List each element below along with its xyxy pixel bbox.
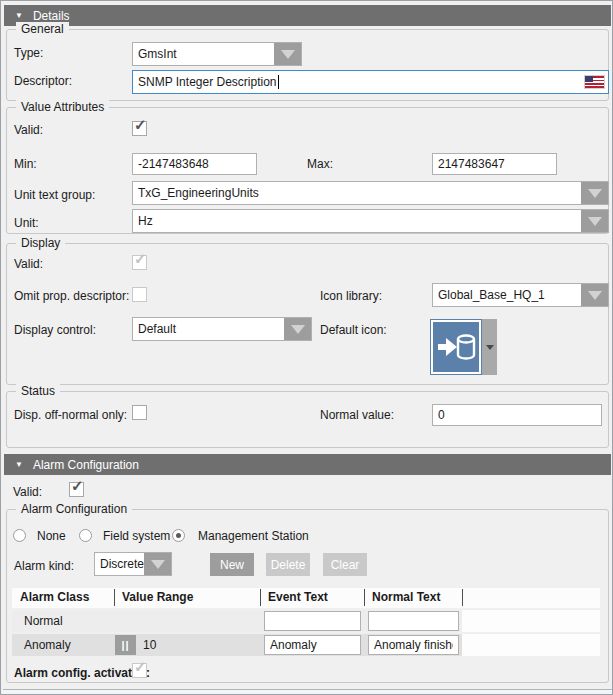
type-dropdown[interactable]: GmsInt — [132, 42, 302, 66]
alarm-kind-value: Discrete — [100, 557, 144, 571]
value-attributes-group: Value Attributes Valid: ✓ Min: Max: Unit… — [6, 107, 609, 234]
chevron-down-icon — [281, 50, 295, 59]
normal-text-input-anomaly[interactable] — [368, 635, 459, 655]
status-group-legend: Status — [16, 384, 60, 399]
table-row-anomaly-end-cell — [462, 634, 600, 656]
alarm-class-cell: Anomaly — [24, 638, 71, 652]
range-operator-button[interactable]: || — [115, 635, 136, 655]
arrow-into-cylinder-icon — [430, 319, 482, 375]
type-dropdown-value: GmsInt — [138, 47, 177, 61]
us-flag-icon[interactable] — [585, 76, 604, 88]
normal-text-input-normal[interactable] — [368, 611, 459, 631]
collapse-triangle-icon[interactable]: ▼ — [15, 12, 23, 20]
icon-library-value: Global_Base_HQ_1 — [438, 288, 545, 302]
unit-text-group-dropdown[interactable]: TxG_EngineeringUnits — [132, 181, 609, 205]
icon-library-dropdown[interactable]: Global_Base_HQ_1 — [432, 283, 609, 307]
alarm-configuration-group-legend: Alarm Configuration — [16, 502, 132, 517]
unit-label: Unit: — [14, 216, 39, 231]
alarm-table-header: Alarm Class Value Range Event Text Norma… — [12, 588, 600, 608]
radio-field-system-label[interactable]: Field system — [103, 529, 170, 544]
display-valid-label: Valid: — [14, 257, 43, 272]
chevron-down-icon — [588, 189, 602, 198]
chevron-down-icon — [291, 325, 305, 334]
chevron-down-icon — [151, 560, 165, 569]
valid-checkbox[interactable]: ✓ — [132, 121, 147, 136]
disp-off-normal-only-label: Disp. off-normal only: — [14, 408, 127, 423]
value-range-cell[interactable]: 10 — [143, 638, 156, 652]
alarm-valid-label: Valid: — [13, 485, 42, 500]
radio-management-station[interactable] — [172, 529, 185, 542]
general-group: General Type: GmsInt Descriptor: SNMP In… — [6, 29, 609, 101]
display-control-label: Display control: — [14, 323, 96, 338]
alarm-kind-dropdown-button[interactable] — [144, 553, 171, 575]
display-valid-checkbox: ✓ — [132, 255, 147, 270]
display-group: Display Valid: ✓ Omit prop. descriptor: … — [6, 243, 609, 385]
table-row-normal-end-cell — [462, 610, 600, 632]
max-input[interactable] — [432, 153, 557, 175]
checkmark-icon: ✓ — [134, 250, 147, 268]
display-control-dropdown-button[interactable] — [284, 318, 311, 340]
display-control-value: Default — [138, 322, 176, 336]
disp-off-normal-only-checkbox[interactable]: ✓ — [132, 405, 147, 420]
normal-value-input[interactable] — [432, 404, 602, 426]
value-attributes-group-legend: Value Attributes — [16, 100, 109, 115]
column-header-normal-text[interactable]: Normal Text — [372, 590, 440, 604]
unit-text-group-dropdown-button[interactable] — [581, 182, 608, 204]
general-group-legend: General — [16, 22, 69, 37]
alarm-config-activated-checkbox: ✓ — [132, 663, 147, 678]
chevron-down-icon — [588, 291, 602, 300]
unit-text-group-value: TxG_EngineeringUnits — [138, 186, 259, 200]
status-group: Status Disp. off-normal only: ✓ Normal v… — [6, 391, 609, 448]
radio-none-label[interactable]: None — [37, 529, 66, 544]
alarm-kind-label: Alarm kind: — [14, 559, 74, 574]
chevron-down-icon — [486, 345, 494, 350]
column-separator[interactable] — [462, 589, 463, 606]
unit-value: Hz — [138, 214, 153, 228]
checkmark-icon: ✓ — [134, 658, 147, 676]
column-header-alarm-class[interactable]: Alarm Class — [20, 590, 89, 604]
unit-dropdown[interactable]: Hz — [132, 209, 609, 233]
valid-label: Valid: — [14, 123, 43, 138]
descriptor-input[interactable]: SNMP Integer Description — [132, 70, 609, 94]
alarm-class-cell: Normal — [24, 614, 63, 628]
normal-value-label: Normal value: — [320, 408, 394, 423]
alarm-valid-checkbox[interactable]: ✓ — [69, 482, 84, 497]
property-details-panel: ▼ Details General Type: GmsInt Descripto… — [0, 0, 613, 695]
min-input[interactable] — [132, 153, 257, 175]
column-separator[interactable] — [364, 589, 365, 606]
radio-management-station-label[interactable]: Management Station — [198, 529, 309, 544]
column-header-value-range[interactable]: Value Range — [122, 590, 193, 604]
alarm-configuration-section-header[interactable]: ▼ Alarm Configuration — [4, 454, 611, 475]
default-icon-picker[interactable] — [430, 319, 497, 375]
collapse-triangle-icon[interactable]: ▼ — [15, 461, 23, 469]
checkmark-icon: ✓ — [134, 116, 147, 134]
event-text-input-normal[interactable] — [264, 611, 361, 631]
descriptor-label: Descriptor: — [14, 74, 72, 89]
default-icon-dropdown-button[interactable] — [482, 319, 497, 375]
display-control-dropdown[interactable]: Default — [132, 317, 312, 341]
checkmark-icon: ✓ — [71, 477, 84, 495]
bottom-edge — [2, 690, 613, 695]
event-text-input-anomaly[interactable] — [264, 635, 361, 655]
alarm-configuration-section-title: Alarm Configuration — [33, 458, 139, 472]
radio-field-system[interactable] — [79, 529, 92, 542]
alarm-configuration-group: Alarm Configuration None Field system Ma… — [6, 509, 609, 683]
type-dropdown-button[interactable] — [274, 43, 301, 65]
alarm-kind-dropdown[interactable]: Discrete — [94, 552, 172, 576]
new-button[interactable]: New — [210, 553, 254, 576]
column-separator[interactable] — [260, 589, 261, 606]
unit-text-group-label: Unit text group: — [14, 188, 95, 203]
details-section-title: Details — [33, 9, 70, 23]
omit-prop-descriptor-checkbox: ✓ — [132, 287, 147, 302]
column-separator[interactable] — [114, 589, 115, 606]
column-header-event-text[interactable]: Event Text — [268, 590, 328, 604]
min-label: Min: — [14, 157, 37, 172]
icon-library-dropdown-button[interactable] — [581, 284, 608, 306]
radio-none[interactable] — [13, 529, 26, 542]
unit-dropdown-button[interactable] — [581, 210, 608, 232]
descriptor-input-value: SNMP Integer Description — [138, 75, 277, 89]
details-section-header[interactable]: ▼ Details — [4, 5, 611, 26]
delete-button: Delete — [266, 553, 310, 576]
clear-button: Clear — [323, 553, 367, 576]
alarm-config-activated-label: Alarm config. activated: — [14, 666, 150, 681]
